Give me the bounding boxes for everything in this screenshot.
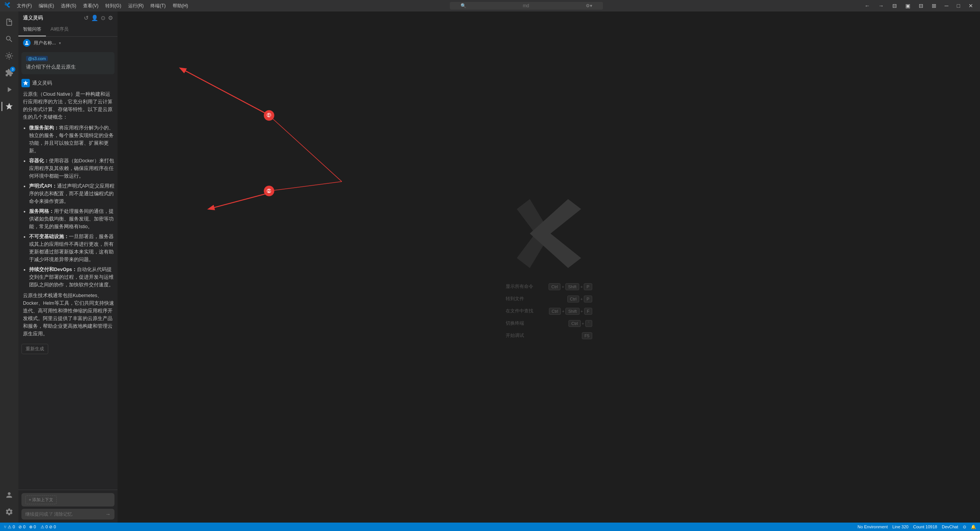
- send-button[interactable]: →: [105, 511, 111, 517]
- account-icon[interactable]: 👤: [91, 15, 98, 21]
- key-badge: F: [584, 308, 592, 315]
- ai-point-item: 声明式API：通过声明式API定义应用程序的状态和配置，而不是通过编程式的命令来…: [29, 182, 114, 205]
- branch-icon: ⑂: [4, 524, 7, 529]
- add-context-button[interactable]: + 添加上下文: [25, 495, 57, 504]
- activity-extensions[interactable]: 3: [2, 65, 17, 80]
- key-separator: +: [580, 297, 583, 301]
- chat-content[interactable]: @s3.com 请介绍下什么是云原生 通义灵码 云原生（Cloud Native…: [18, 49, 118, 490]
- menu-terminal[interactable]: 终端(T): [147, 1, 168, 11]
- titlebar-menu[interactable]: 文件(F) 编辑(E) 选择(S) 查看(V) 转到(G) 运行(R) 终端(T…: [14, 1, 191, 11]
- sidebar-actions[interactable]: ↺ 👤 ⊙ ⚙: [84, 15, 113, 21]
- menu-select[interactable]: 选择(S): [58, 1, 79, 11]
- menu-run[interactable]: 运行(R): [125, 1, 147, 11]
- user-info[interactable]: 用户名称... ▾: [18, 37, 118, 49]
- statusbar-sync[interactable]: ⊙: [963, 524, 966, 529]
- menu-view[interactable]: 查看(V): [80, 1, 101, 11]
- settings-profile-icon[interactable]: ⚙▾: [586, 3, 592, 8]
- ai-conclusion: 云原生技术栈通常包括Kubernetes、Docker、Helm等工具，它们共同…: [23, 292, 114, 338]
- activity-ai[interactable]: [2, 99, 17, 114]
- environment-label: No Environment: [858, 524, 888, 529]
- shortcut-row: 在文件中查找Ctrl+Shift+F: [506, 308, 592, 315]
- key-separator: +: [562, 284, 564, 289]
- menu-file[interactable]: 文件(F): [14, 1, 35, 11]
- key-badge: Ctrl: [567, 296, 579, 302]
- titlebar-controls[interactable]: ← → ⊟ ▣ ⊟ ⊞ ─ □ ✕: [862, 2, 976, 10]
- nav-back-button[interactable]: ←: [862, 2, 873, 10]
- shortcuts-grid: 显示所有命令Ctrl+Shift+P转到文件Ctrl+P在文件中查找Ctrl+S…: [506, 283, 592, 339]
- sidebar-toggle-button[interactable]: ▣: [902, 2, 913, 10]
- customize-layout-button[interactable]: ⊞: [929, 2, 939, 10]
- tab-qa[interactable]: 智能问答: [18, 23, 46, 36]
- user-name: 用户名称...: [34, 40, 56, 46]
- titlebar-search[interactable]: 🔍 ⚙▾: [450, 2, 603, 10]
- activity-search[interactable]: [2, 31, 17, 47]
- key-badge: Shift: [565, 283, 579, 290]
- notification-icon: 🔔: [971, 524, 976, 529]
- minimize-button[interactable]: ─: [942, 2, 952, 10]
- shortcut-desc: 切换终端: [506, 320, 524, 327]
- statusbar-notification[interactable]: 🔔: [971, 524, 976, 529]
- main-layout: 3 通义灵码 ↺ 👤: [0, 11, 980, 523]
- statusbar-environment[interactable]: No Environment: [858, 524, 888, 529]
- user-dropdown-icon[interactable]: ▾: [59, 41, 61, 45]
- activity-run[interactable]: [2, 82, 17, 97]
- activity-source-control[interactable]: [2, 48, 17, 64]
- statusbar-branch[interactable]: ⑂ ⚠ 0 ⊘ 0 ⊕ 0: [4, 524, 36, 529]
- shortcut-row: 显示所有命令Ctrl+Shift+P: [506, 283, 592, 290]
- settings-icon[interactable]: ⚙: [108, 15, 113, 21]
- extensions-badge: 3: [10, 67, 15, 72]
- activity-explorer[interactable]: [2, 15, 17, 30]
- refresh-icon[interactable]: ↺: [84, 15, 89, 21]
- statusbar-left: ⑂ ⚠ 0 ⊘ 0 ⊕ 0 ⚠ 0 ⊘ 0: [4, 524, 56, 529]
- nav-forward-button[interactable]: →: [875, 2, 887, 10]
- activity-settings[interactable]: [2, 504, 17, 520]
- warning-icon: ⊘: [49, 524, 52, 529]
- menu-goto[interactable]: 转到(G): [102, 1, 124, 11]
- menu-edit[interactable]: 编辑(E): [36, 1, 57, 11]
- sync-icon: ⊙: [963, 524, 966, 529]
- ai-points-list: 微服务架构：将应用程序分解为小的、独立的服务，每个服务实现特定的业务功能，并且可…: [29, 124, 114, 289]
- statusbar-right: No Environment Line 320 Count 10918 DevC…: [858, 524, 976, 529]
- menu-help[interactable]: 帮助(H): [170, 1, 191, 11]
- key-badge: Ctrl: [549, 308, 561, 315]
- search-icon: 🔍: [461, 3, 466, 8]
- key-badge: Shift: [565, 308, 579, 315]
- key-separator: +: [562, 309, 564, 314]
- chat-input[interactable]: [25, 511, 103, 517]
- ai-logo: [21, 79, 30, 87]
- statusbar-count[interactable]: Count 10918: [913, 524, 937, 529]
- ai-message: 通义灵码 云原生（Cloud Native）是一种构建和运行应用程序的方法，它充…: [21, 79, 114, 354]
- regenerate-button[interactable]: 重新生成: [21, 344, 48, 354]
- statusbar-line[interactable]: Line 320: [892, 524, 908, 529]
- key-badge: P: [584, 296, 592, 302]
- statusbar-devchat[interactable]: DevChat: [942, 524, 958, 529]
- ai-point-item: 服务网格：用于处理服务间的通信，提供诸如负载均衡、服务发现、加密等功能，常见的服…: [29, 207, 114, 230]
- search-input[interactable]: [469, 3, 583, 8]
- key-badge: P: [584, 283, 592, 290]
- close-button[interactable]: ✕: [965, 2, 976, 10]
- ai-message-header: 通义灵码: [21, 79, 114, 87]
- maximize-button[interactable]: □: [954, 2, 963, 10]
- devchat-label: DevChat: [942, 524, 958, 529]
- shortcut-desc: 显示所有命令: [506, 283, 533, 290]
- tab-ai-programmer[interactable]: AI程序员: [46, 23, 73, 36]
- info-icon[interactable]: ⊙: [101, 15, 106, 21]
- user-message-header: @s3.com: [26, 56, 110, 61]
- shortcut-desc: 开始调试: [506, 332, 524, 339]
- titlebar-left: 文件(F) 编辑(E) 选择(S) 查看(V) 转到(G) 运行(R) 终端(T…: [4, 1, 191, 11]
- count-label: Count 10918: [913, 524, 937, 529]
- key-separator: +: [581, 309, 583, 314]
- panel-layout-button[interactable]: ⊟: [916, 2, 926, 10]
- ai-name: 通义灵码: [32, 80, 52, 87]
- layout-button[interactable]: ⊟: [889, 2, 900, 10]
- key-badge: Ctrl: [549, 283, 560, 290]
- activity-accounts[interactable]: [2, 487, 17, 503]
- editor-empty-state: 显示所有命令Ctrl+Shift+P转到文件Ctrl+P在文件中查找Ctrl+S…: [118, 11, 980, 523]
- statusbar-errors[interactable]: ⚠ 0 ⊘ 0: [41, 524, 56, 529]
- activity-bar: 3: [0, 11, 18, 523]
- shortcut-desc: 转到文件: [506, 296, 524, 302]
- chat-input-area: + 添加上下文 →: [18, 490, 118, 523]
- ai-intro: 云原生（Cloud Native）是一种构建和运行应用程序的方法，它充分利用了云…: [23, 90, 114, 121]
- key-badge: F5: [582, 332, 592, 339]
- error-count: 0: [46, 524, 48, 529]
